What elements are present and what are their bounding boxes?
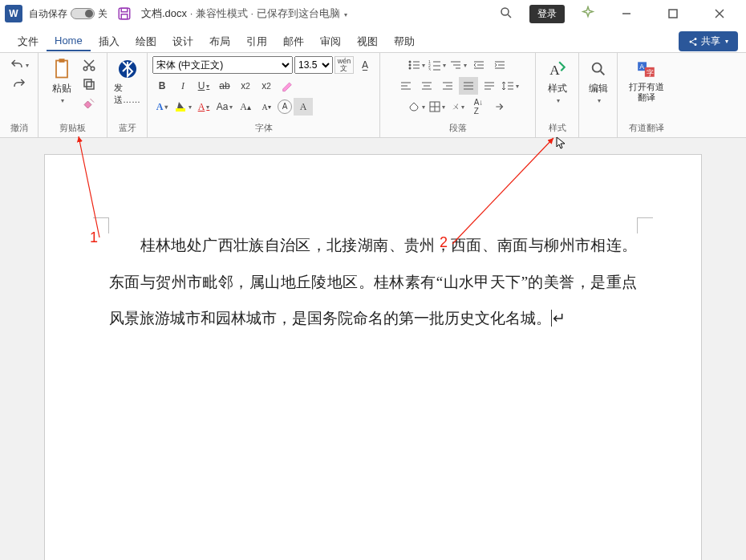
svg-point-60: [592, 63, 601, 72]
highlight-button[interactable]: ▾: [173, 98, 193, 116]
svg-text:A: A: [549, 63, 560, 78]
tab-references[interactable]: 引用: [238, 31, 275, 52]
body-paragraph[interactable]: 桂林地处广西壮族自治区，北接湖南、贵州，西面、南面与柳州市相连。东面与贺州市毗邻…: [109, 227, 637, 337]
tab-home[interactable]: Home: [47, 31, 91, 51]
distributed-button[interactable]: [480, 77, 499, 95]
borders-button[interactable]: ▾: [428, 98, 447, 116]
cut-button[interactable]: [79, 56, 99, 74]
tab-insert[interactable]: 插入: [91, 31, 128, 52]
svg-line-4: [508, 14, 511, 18]
clear-formatting-button[interactable]: [278, 77, 297, 95]
save-icon[interactable]: [117, 6, 132, 21]
bold-button[interactable]: B: [152, 77, 172, 95]
character-border-button[interactable]: A̲: [355, 56, 375, 74]
sort-button[interactable]: A↓Z: [469, 98, 489, 116]
edit-button[interactable]: 编辑 ▾: [584, 56, 613, 106]
font-name-select[interactable]: 宋体 (中文正文): [152, 56, 293, 74]
login-button[interactable]: 登录: [529, 5, 565, 23]
line-spacing-button[interactable]: ▾: [501, 77, 520, 95]
font-color-button[interactable]: A▾: [194, 98, 213, 116]
grow-font-button[interactable]: A▴: [236, 98, 255, 116]
translate-icon: A字: [635, 58, 658, 80]
document-title[interactable]: 文档.docx · 兼容性模式 · 已保存到这台电脑 ▾: [141, 6, 347, 21]
svg-rect-13: [87, 82, 94, 89]
minimize-button[interactable]: [611, 2, 642, 25]
enclose-characters-button[interactable]: A: [278, 99, 292, 114]
close-button[interactable]: [704, 2, 735, 25]
sparkle-icon[interactable]: [581, 6, 595, 22]
page[interactable]: 桂林地处广西壮族自治区，北接湖南、贵州，西面、南面与柳州市相连。东面与贺州市毗邻…: [44, 154, 702, 560]
paste-icon: [51, 58, 73, 80]
paste-button[interactable]: 粘贴 ▾: [47, 56, 76, 106]
maximize-button[interactable]: [658, 2, 688, 25]
group-label-paragraph: 段落: [385, 120, 530, 137]
group-label-undo: 撤消: [5, 120, 33, 137]
multilevel-list-button[interactable]: ▾: [448, 56, 468, 74]
superscript-button[interactable]: x2: [257, 77, 276, 95]
svg-rect-1: [121, 8, 128, 12]
search-icon[interactable]: [499, 6, 513, 22]
shading-button[interactable]: ▾: [407, 98, 426, 116]
svg-point-17: [408, 61, 411, 63]
align-center-button[interactable]: [417, 77, 436, 95]
increase-indent-button[interactable]: [490, 56, 509, 74]
copy-button[interactable]: [79, 75, 99, 93]
svg-rect-9: [56, 61, 67, 78]
undo-button[interactable]: ▾: [10, 56, 29, 74]
svg-text:A: A: [639, 63, 644, 71]
bluetooth-send-button[interactable]: 发送……: [111, 56, 144, 108]
tab-view[interactable]: 视图: [349, 31, 386, 52]
undo-group: ▾ 撤消: [0, 53, 39, 137]
chevron-down-icon: ▾: [61, 97, 64, 104]
character-shading-button[interactable]: A: [294, 98, 313, 116]
svg-point-21: [408, 67, 411, 70]
redo-button[interactable]: [10, 75, 29, 93]
tab-layout[interactable]: 布局: [201, 31, 238, 52]
tab-file[interactable]: 文件: [10, 31, 47, 52]
share-button[interactable]: 共享 ▾: [679, 31, 738, 51]
tab-review[interactable]: 审阅: [312, 31, 349, 52]
chevron-down-icon[interactable]: ▾: [344, 11, 347, 18]
document-area[interactable]: 桂林地处广西壮族自治区，北接湖南、贵州，西面、南面与柳州市相连。东面与贺州市毗邻…: [0, 138, 746, 560]
show-marks-button[interactable]: [490, 98, 509, 116]
tab-help[interactable]: 帮助: [386, 31, 423, 52]
search-icon: [587, 58, 610, 80]
subscript-button[interactable]: x2: [236, 77, 255, 95]
align-right-button[interactable]: [438, 77, 457, 95]
autosave-state: 关: [98, 7, 107, 21]
font-size-select[interactable]: 13.5: [294, 56, 333, 74]
tab-mail[interactable]: 邮件: [275, 31, 312, 52]
autosave-toggle[interactable]: 自动保存 关: [29, 7, 107, 21]
phonetic-guide-button[interactable]: wén文: [334, 56, 354, 74]
underline-button[interactable]: U▾: [194, 77, 213, 95]
decrease-indent-button[interactable]: [469, 56, 489, 74]
italic-button[interactable]: I: [173, 77, 193, 95]
chevron-down-icon: ▾: [557, 97, 560, 104]
bluetooth-group: 发送…… 蓝牙: [107, 53, 148, 137]
strikethrough-button[interactable]: ab: [215, 77, 234, 95]
change-case-button[interactable]: Aa▾: [215, 98, 234, 116]
tab-design[interactable]: 设计: [164, 31, 201, 52]
ribbon: ▾ 撤消 粘贴 ▾ 剪贴板 发送…… 蓝牙: [0, 53, 746, 138]
font-group: 宋体 (中文正文) 13.5 wén文 A̲ B I U▾ ab x2 x2 A…: [148, 53, 380, 137]
autosave-label: 自动保存: [29, 7, 67, 21]
bullets-button[interactable]: ▾: [407, 56, 426, 74]
youdao-open-button[interactable]: A字 打开有道翻译: [622, 56, 671, 104]
svg-line-61: [600, 71, 604, 75]
format-painter-button[interactable]: [79, 95, 99, 112]
group-label-font: 字体: [152, 120, 375, 137]
tab-draw[interactable]: 绘图: [128, 31, 164, 52]
align-left-button[interactable]: [396, 77, 416, 95]
svg-rect-2: [121, 14, 128, 19]
styles-group: A 样式 ▾ 样式: [536, 53, 579, 137]
asian-layout-button[interactable]: ㄨ▾: [448, 98, 468, 116]
mouse-cursor-icon: [556, 136, 569, 149]
toggle-switch-icon[interactable]: [71, 8, 95, 19]
styles-button[interactable]: A 样式 ▾: [543, 56, 572, 106]
justify-button[interactable]: [459, 77, 478, 95]
numbering-button[interactable]: 123▾: [428, 56, 447, 74]
text-effects-button[interactable]: A▾: [152, 98, 172, 116]
group-label-clipboard: 剪贴板: [43, 120, 102, 137]
shrink-font-button[interactable]: A▾: [257, 98, 276, 116]
chevron-down-icon: ▾: [725, 38, 728, 45]
